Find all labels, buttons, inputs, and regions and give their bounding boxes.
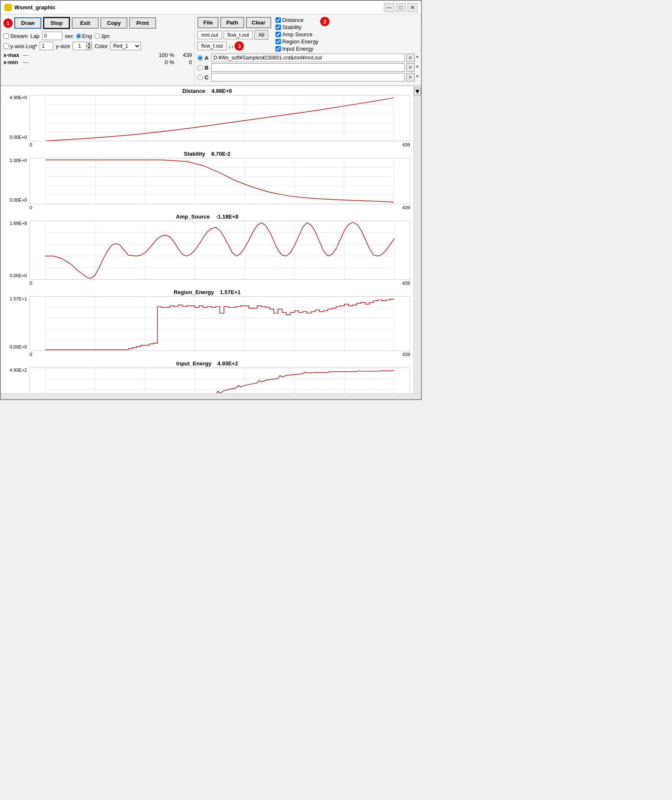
path-b-star[interactable]: * <box>416 64 418 71</box>
badge-3: 3 <box>235 41 244 51</box>
badge-1: 1 <box>3 19 13 28</box>
path-c-input[interactable] <box>211 73 405 81</box>
chart-stability-y-labels: 1.00E+0 0.00E+0 <box>4 158 29 210</box>
path-c-star[interactable]: * <box>416 74 418 81</box>
chart-distance-body: 0 439 <box>30 95 410 147</box>
chart-input-energy: Input_Energy 4.93E+2 4.93E+2 0.00E+0 <box>4 360 410 393</box>
path-button[interactable]: Path <box>220 17 244 28</box>
path-c-arrow[interactable]: > <box>406 73 415 81</box>
ysize-down-button[interactable]: ▼ <box>86 46 92 50</box>
chart-input-energy-title: Input_Energy 4.93E+2 <box>4 360 410 367</box>
close-button[interactable]: ✕ <box>408 3 418 12</box>
chk-distance[interactable]: Distance <box>275 17 318 23</box>
maximize-button[interactable]: □ <box>396 3 406 12</box>
chart-input-energy-wrapper: 4.93E+2 0.00E+0 <box>4 368 410 393</box>
title-controls: — □ ✕ <box>384 3 418 12</box>
right-panel: File Path Clear mnt.out flow_t.out All f… <box>195 14 421 85</box>
stream-checkbox-label[interactable]: Stream <box>3 33 28 39</box>
chart-distance-svg <box>30 95 410 141</box>
top-section: 1 Draw Stop Exit Copy Print Stream Lap s… <box>1 14 421 86</box>
checkbox-list: Distance Stability Amp Source Region Ene… <box>275 17 318 52</box>
chart-distance-title: Distance 4.98E+0 <box>4 88 410 94</box>
path-a-radio[interactable] <box>197 55 203 61</box>
file-tag-flow-f: flow_f.out <box>197 42 227 50</box>
toolbar-row2: Stream Lap sec Eng Jpn <box>3 32 192 40</box>
file-tags-row: mnt.out flow_t.out All <box>197 30 271 40</box>
path-a-star[interactable]: * <box>416 54 418 61</box>
xmax-row: x-max — 100 % 439 <box>3 52 192 58</box>
toolbar-row1: 1 Draw Stop Exit Copy Print <box>3 17 192 29</box>
chart-stability-x-labels: 0 439 <box>30 204 410 210</box>
clear-button[interactable]: Clear <box>246 17 272 28</box>
chart-amp-source-y-labels: 1.69E+8 0.00E+0 <box>4 221 29 286</box>
scroll-down-arrow[interactable]: ▼ <box>414 88 421 95</box>
ysize-up-button[interactable]: ▲ <box>86 42 92 46</box>
yaxis-log-input[interactable] <box>40 42 53 50</box>
stream-checkbox[interactable] <box>3 33 9 39</box>
chart-distance-x-labels: 0 439 <box>30 141 410 147</box>
sidebar-scroll: ▼ <box>413 86 421 393</box>
checkboxes-area: Distance Stability Amp Source Region Ene… <box>274 17 329 52</box>
lang-radio-group: Eng Jpn <box>76 33 110 39</box>
path-b-input[interactable] <box>211 63 405 72</box>
title-bar: Wsmnt_graphic — □ ✕ <box>1 1 421 14</box>
jpn-radio[interactable] <box>94 33 100 39</box>
path-row-b: B > * <box>197 63 418 72</box>
copy-button[interactable]: Copy <box>100 17 127 29</box>
xmin-row: x-min — 0 % 0 <box>3 59 192 65</box>
path-row-c: C > * <box>197 73 418 81</box>
lap-input[interactable] <box>42 32 62 40</box>
bottom-scrollbar[interactable] <box>1 393 421 399</box>
chart-amp-source: Amp_Source -1.18E+8 1.69E+8 0.00E+0 <box>4 214 410 286</box>
chk-region-energy[interactable]: Region Energy <box>275 38 318 45</box>
chart-amp-source-wrapper: 1.69E+8 0.00E+0 <box>4 221 410 286</box>
yaxis-log-label[interactable]: y-axis Log* <box>3 43 37 49</box>
chk-input-energy[interactable]: Input Energy <box>275 46 318 52</box>
chart-input-energy-y-labels: 4.93E+2 0.00E+0 <box>4 368 29 393</box>
chart-distance: Distance 4.98E+0 4.99E+0 0.00E+0 <box>4 88 410 147</box>
ysize-spinner: ▲ ▼ <box>73 42 92 50</box>
chart-stability-svg <box>30 158 410 204</box>
path-b-arrow[interactable]: > <box>406 63 415 72</box>
chart-distance-wrapper: 4.99E+0 0.00E+0 <box>4 95 410 147</box>
yaxis-log-checkbox[interactable] <box>3 43 9 49</box>
chart-stability-wrapper: 1.00E+0 0.00E+0 <box>4 158 410 210</box>
chart-stability-body: 0 439 <box>30 158 410 210</box>
path-a-arrow[interactable]: > <box>406 54 415 62</box>
file-tag-flow-t: flow_t.out <box>224 31 253 39</box>
chart-amp-source-title: Amp_Source -1.18E+8 <box>4 214 410 220</box>
chart-amp-source-body: 0 439 <box>30 221 410 286</box>
jpn-radio-label[interactable]: Jpn <box>94 33 110 39</box>
app-logo <box>4 4 12 11</box>
window-title: Wsmnt_graphic <box>14 4 384 11</box>
chart-region-energy-y-labels: 1.57E+1 0.00E+0 <box>4 296 29 357</box>
path-a-input[interactable] <box>211 54 405 62</box>
draw-button[interactable]: Draw <box>14 17 41 29</box>
color-select[interactable]: Red_1 Blue_1 Green_1 <box>110 42 141 50</box>
chart-distance-y-labels: 4.99E+0 0.00E+0 <box>4 95 29 147</box>
eng-radio[interactable] <box>76 33 81 39</box>
file-tag-mnt: mnt.out <box>197 31 222 39</box>
badge-2: 2 <box>320 17 329 26</box>
charts-area: Distance 4.98E+0 4.99E+0 0.00E+0 <box>1 86 413 393</box>
exit-button[interactable]: Exit <box>72 17 99 29</box>
toolbar-row3: y-axis Log* y-size ▲ ▼ Color Red_1 Blue_… <box>3 42 192 50</box>
print-button[interactable]: Print <box>129 17 156 29</box>
ysize-input[interactable] <box>73 42 86 50</box>
right-row1: File Path Clear mnt.out flow_t.out All f… <box>197 17 418 52</box>
minimize-button[interactable]: — <box>384 3 394 12</box>
chart-amp-source-x-labels: 0 439 <box>30 280 410 286</box>
chk-amp-source[interactable]: Amp Source <box>275 31 318 38</box>
chk-stability[interactable]: Stability <box>275 24 318 30</box>
chart-region-energy-title: Region_Energy 1.57E+1 <box>4 289 410 295</box>
all-button[interactable]: All <box>254 30 268 40</box>
path-b-radio[interactable] <box>197 65 203 70</box>
chart-stability-title: Stability 8.70E-2 <box>4 151 410 157</box>
chart-amp-source-svg <box>30 221 410 280</box>
path-c-radio[interactable] <box>197 75 203 80</box>
file-button[interactable]: File <box>197 17 219 28</box>
chart-region-energy: Region_Energy 1.57E+1 1.57E+1 0.00E+0 <box>4 289 410 357</box>
stop-button[interactable]: Stop <box>43 17 70 29</box>
left-panel: 1 Draw Stop Exit Copy Print Stream Lap s… <box>1 14 195 85</box>
eng-radio-label[interactable]: Eng <box>76 33 92 39</box>
